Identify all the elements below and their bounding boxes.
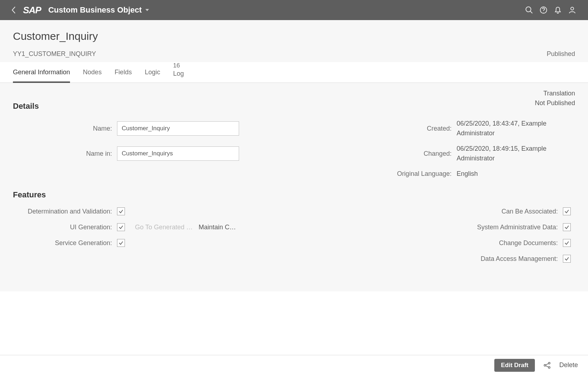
content-area: Translation Not Published Details Name: …	[0, 83, 588, 291]
translation-label: Translation	[535, 89, 575, 98]
tab-bar: General Information Nodes Fields Logic 1…	[0, 62, 588, 83]
tab-nodes[interactable]: Nodes	[83, 62, 102, 83]
help-icon	[540, 6, 547, 14]
name-label: Name:	[13, 125, 117, 132]
language-value: English	[457, 169, 575, 179]
tab-general-information[interactable]: General Information	[13, 62, 70, 83]
translation-status: Not Published	[535, 98, 575, 108]
tab-fields[interactable]: Fields	[115, 62, 132, 83]
shell-title-dropdown[interactable]: Custom Business Object	[48, 5, 149, 15]
change-documents-checkbox[interactable]	[563, 239, 571, 247]
features-section-title: Features	[13, 190, 575, 200]
svg-point-4	[571, 7, 574, 10]
maintain-catalog-link[interactable]: Maintain C…	[199, 224, 236, 231]
details-section-title: Details	[13, 102, 575, 111]
created-label: Created:	[388, 125, 457, 132]
tab-log[interactable]: 16 Log	[173, 62, 184, 83]
bell-icon	[554, 6, 562, 14]
can-be-associated-label: Can Be Associated:	[455, 208, 563, 215]
back-button[interactable]	[9, 6, 19, 14]
page-header: Customer_Inquiry YY1_CUSTOMER_INQUIRY Pu…	[0, 20, 588, 62]
changed-label: Changed:	[388, 150, 457, 158]
page-title: Customer_Inquiry	[13, 30, 575, 42]
data-access-management-label: Data Access Management:	[455, 255, 563, 263]
sap-logo: SAP	[23, 5, 41, 16]
user-icon	[568, 6, 576, 14]
change-documents-label: Change Documents:	[455, 239, 563, 247]
can-be-associated-checkbox[interactable]	[563, 207, 571, 215]
ui-generation-label: UI Generation:	[13, 224, 117, 231]
shell-header: SAP Custom Business Object	[0, 0, 588, 20]
svg-point-3	[543, 12, 543, 12]
created-value: 06/25/2020, 18:43:47, Example Administra…	[457, 119, 575, 138]
search-button[interactable]	[522, 3, 536, 17]
tab-logic[interactable]: Logic	[145, 62, 160, 83]
system-admin-data-label: System Administrative Data:	[455, 224, 563, 231]
system-admin-data-checkbox[interactable]	[563, 223, 571, 231]
search-icon	[525, 6, 533, 14]
service-generation-checkbox[interactable]	[117, 239, 125, 247]
translation-status-block: Translation Not Published	[535, 89, 575, 108]
user-button[interactable]	[565, 3, 579, 17]
determination-validation-label: Determination and Validation:	[13, 208, 117, 215]
help-button[interactable]	[536, 3, 551, 17]
go-to-generated-link: Go To Generated …	[135, 224, 193, 231]
svg-line-1	[530, 11, 532, 13]
notifications-button[interactable]	[551, 3, 565, 17]
plural-label: Name in:	[13, 150, 117, 158]
publish-status: Published	[547, 50, 575, 58]
name-input[interactable]	[117, 121, 239, 136]
svg-point-0	[526, 7, 531, 12]
chevron-down-icon	[145, 8, 150, 12]
service-generation-label: Service Generation:	[13, 239, 117, 247]
object-identifier: YY1_CUSTOMER_INQUIRY	[13, 50, 96, 58]
details-form: Name: Created: 06/25/2020, 18:43:47, Exa…	[13, 119, 575, 179]
shell-title: Custom Business Object	[48, 5, 141, 15]
data-access-management-checkbox[interactable]	[563, 255, 571, 263]
log-count: 16	[173, 62, 184, 69]
features-form: Determination and Validation: Can Be Ass…	[13, 207, 575, 263]
determination-validation-checkbox[interactable]	[117, 207, 125, 215]
language-label: Original Language:	[388, 170, 457, 178]
changed-value: 06/25/2020, 18:49:15, Example Administra…	[457, 144, 575, 163]
ui-generation-checkbox[interactable]	[117, 223, 125, 231]
plural-input[interactable]	[117, 146, 239, 161]
